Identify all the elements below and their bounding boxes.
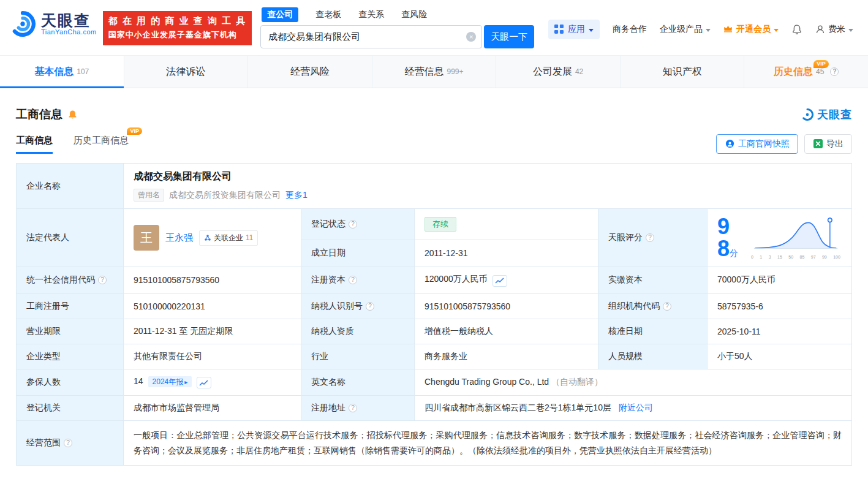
nav-cooperation[interactable]: 商务合作 — [613, 24, 647, 35]
section-watermark-logo: 天眼查 — [801, 107, 852, 122]
subscribe-bell-icon[interactable] — [67, 110, 78, 120]
reg-address-label-text: 注册地址 — [311, 403, 345, 412]
user-name: 费米 — [828, 24, 845, 35]
user-menu[interactable]: 费米 — [815, 24, 853, 35]
search-tab-company[interactable]: 查公司 — [262, 7, 298, 22]
search-input[interactable] — [260, 25, 482, 48]
section-title: 工商信息 — [16, 107, 62, 123]
related-companies-chip[interactable]: 关联企业 11 — [199, 230, 258, 246]
reg-number-value: 510100000220131 — [124, 293, 301, 319]
status-badge: 存续 — [425, 217, 456, 232]
insured-count-label: 参保人数 — [17, 369, 124, 396]
annual-report-tag[interactable]: 2024年报 — [148, 376, 192, 387]
org-code-label: 组织机构代码 — [598, 293, 708, 319]
reg-capital-label-text: 注册资本 — [311, 274, 345, 284]
chevron-down-icon — [848, 29, 853, 32]
company-name-value: 成都交易集团有限公司 — [134, 170, 842, 183]
nearby-companies-link[interactable]: 附近公司 — [619, 403, 653, 412]
help-icon[interactable] — [349, 220, 357, 229]
watermark-brand-name: 天眼查 — [817, 107, 852, 122]
export-button[interactable]: 导出 — [804, 134, 852, 154]
search-button[interactable]: 天眼一下 — [484, 25, 534, 48]
apps-grid-icon — [554, 25, 564, 34]
insured-count-cell: 142024年报 — [124, 369, 301, 396]
industry-label: 行业 — [301, 344, 415, 369]
subtab-business-info[interactable]: 工商信息 — [16, 135, 53, 154]
industry-value: 商务服务业 — [415, 344, 598, 369]
help-icon[interactable] — [366, 302, 374, 311]
tab-history-info[interactable]: VIP 历史信息 45 — [744, 56, 868, 88]
help-icon[interactable] — [349, 276, 357, 284]
credit-code-label: 统一社会信用代码 — [17, 267, 124, 294]
business-scope-cell: 一般项目：企业总部管理；公共资源交易平台运行技术服务；招投标代理服务；采购代理服… — [124, 421, 852, 466]
tyc-score-label: 天眼评分 — [598, 209, 708, 267]
reg-number-label: 工商注册号 — [17, 293, 124, 319]
approval-date-label: 核准日期 — [598, 319, 708, 344]
tab-legal-proceedings[interactable]: 法律诉讼 — [124, 56, 249, 88]
help-icon[interactable] — [98, 276, 107, 284]
search-zone: 查公司 查老板 查关系 查风险 天眼一下 — [260, 6, 534, 48]
establish-date-value: 2011-12-31 — [415, 240, 598, 267]
company-type-label: 企业类型 — [17, 344, 124, 369]
search-tab-boss[interactable]: 查老板 — [315, 9, 341, 20]
legal-rep-cell: 王 王永强 关联企业 11 — [124, 209, 301, 267]
reg-address-value: 四川省成都市高新区锦云西二巷2号1栋1单元10层 — [425, 403, 611, 412]
former-name-more-link[interactable]: 更多1 — [285, 190, 308, 201]
brand-name: 天眼查 — [41, 12, 97, 28]
tab-intellectual-property[interactable]: 知识产权 — [621, 56, 745, 88]
tab-label: 基本信息 — [34, 66, 74, 78]
taxpayer-id-label-text: 纳税人识别号 — [311, 301, 363, 311]
table-row: 登记机关 成都市市场监督管理局 注册地址 四川省成都市高新区锦云西二巷2号1栋1… — [17, 396, 852, 421]
reg-status-label: 登记状态 — [301, 209, 415, 240]
apps-menu[interactable]: 应用 — [548, 20, 600, 39]
staff-size-value: 小于50人 — [708, 344, 852, 369]
tab-label: 经营风险 — [290, 66, 330, 78]
credit-code-value: 915101005875793560 — [124, 267, 301, 294]
approval-date-value: 2025-10-11 — [708, 319, 852, 344]
help-icon[interactable] — [663, 302, 671, 311]
help-icon[interactable] — [830, 67, 839, 76]
reg-capital-label: 注册资本 — [301, 267, 415, 294]
score-distribution-chart: 0131550859799100 — [750, 216, 842, 259]
legal-rep-name-link[interactable]: 王永强 — [165, 232, 193, 244]
subtab-history-business-info[interactable]: 历史工商信息 VIP — [74, 135, 129, 154]
search-tab-risk[interactable]: 查风险 — [401, 9, 427, 20]
reg-authority-value: 成都市市场监督管理局 — [124, 396, 301, 421]
search-tab-relation[interactable]: 查关系 — [358, 9, 384, 20]
top-nav: 应用 商务合作 企业级产品 开通会员 — [548, 20, 853, 39]
tab-basic-info[interactable]: 基本信息 107 — [0, 56, 124, 88]
help-icon[interactable] — [349, 404, 357, 412]
taxpayer-quality-label: 纳税人资质 — [301, 319, 415, 344]
nav-open-vip[interactable]: 开通会员 — [723, 24, 779, 35]
top-bar: 天眼查 TianYanCha.com 都 在 用 的 商 业 查 询 工 具 国… — [0, 0, 868, 55]
help-icon[interactable] — [64, 439, 72, 447]
legal-rep-avatar[interactable]: 王 — [134, 225, 159, 251]
score-unit: 分 — [730, 248, 738, 258]
related-companies-label: 关联企业 — [214, 233, 243, 243]
english-name-value: Chengdu Trading Group Co., Ltd — [425, 377, 549, 387]
tianyancha-logo[interactable]: 天眼查 TianYanCha.com — [9, 10, 97, 38]
notification-bell-icon[interactable] — [791, 24, 802, 35]
insured-trend-chart-icon[interactable] — [197, 377, 211, 388]
user-avatar-icon — [815, 25, 825, 34]
tab-count: 999+ — [447, 67, 464, 76]
tab-operation-info[interactable]: 经营信息 999+ — [372, 56, 497, 88]
help-icon[interactable] — [646, 233, 654, 242]
tab-operation-risk[interactable]: 经营风险 — [248, 56, 372, 88]
tab-company-development[interactable]: 公司发展 42 — [496, 56, 621, 88]
slogan-banner: 都 在 用 的 商 业 查 询 工 具 国家中小企业发展子基金旗下机构 — [103, 11, 252, 45]
slogan-line-2: 国家中小企业发展子基金旗下机构 — [108, 29, 247, 40]
tab-label: 历史信息 — [774, 66, 813, 78]
capital-trend-chart-icon[interactable] — [492, 275, 507, 287]
excel-export-icon — [813, 139, 823, 149]
business-term-label: 营业期限 — [17, 319, 124, 344]
official-snapshot-button[interactable]: 工商官网快照 — [716, 134, 798, 154]
paid-capital-label: 实缴资本 — [598, 267, 708, 294]
nav-enterprise-products[interactable]: 企业级产品 — [660, 24, 711, 35]
former-name-value: 成都交易所投资集团有限公司 — [169, 190, 281, 201]
reg-address-label: 注册地址 — [301, 396, 415, 421]
score-axis-ticks: 0131550859799100 — [750, 255, 842, 259]
insured-count-value: 14 — [134, 376, 143, 386]
former-name-tag: 曾用名 — [134, 189, 164, 202]
chevron-down-icon — [589, 29, 594, 32]
